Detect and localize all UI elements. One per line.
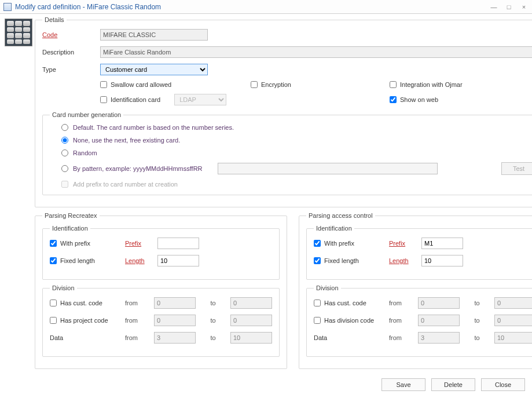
rc-data-label: Data	[50, 334, 125, 341]
rc-with-prefix-label: With prefix	[60, 240, 90, 247]
minimize-icon[interactable]: —	[489, 3, 498, 11]
rc-from-label-3: from	[125, 334, 154, 341]
rc-proj-to	[230, 315, 272, 326]
ldap-select: LDAP	[174, 94, 226, 105]
footer-buttons: Save Delete Close	[381, 378, 525, 391]
ac-prefix-label[interactable]: Prefix	[389, 240, 421, 247]
ac-fixed-length-label: Fixed length	[324, 257, 359, 264]
close-button[interactable]: Close	[481, 378, 525, 391]
close-icon[interactable]: ×	[519, 3, 529, 11]
rc-data-from	[154, 332, 196, 344]
add-prefix-checkbox	[61, 181, 68, 188]
code-label: Code	[42, 31, 100, 38]
type-select[interactable]: Customer card	[100, 64, 208, 75]
rc-fixed-length-checkbox[interactable]	[50, 257, 57, 264]
delete-button[interactable]: Delete	[431, 378, 475, 391]
rc-cust-to	[230, 297, 272, 309]
swallow-checkbox[interactable]	[100, 81, 107, 88]
gen-default-radio[interactable]	[61, 124, 68, 131]
code-field: MIFARE CLASSIC	[100, 29, 208, 41]
integration-label: Integration with Ojmar	[400, 81, 463, 88]
card-number-generation-group: Card number generation Default. The card…	[42, 111, 532, 195]
parsing-recreatex-group: Parsing Recreatex Identification With pr…	[35, 212, 287, 369]
parsing-ac-legend: Parsing access control	[306, 212, 375, 219]
app-icon	[3, 3, 12, 11]
test-button: Test	[501, 162, 532, 175]
details-group: Details Code MIFARE CLASSIC Description …	[35, 16, 532, 207]
ac-from-label-3: from	[389, 334, 418, 341]
ac-cust-from	[418, 297, 460, 309]
ac-cust-to	[494, 297, 532, 309]
rc-cust-from	[154, 297, 196, 309]
ac-fixed-length-checkbox[interactable]	[314, 257, 321, 264]
description-field: MiFare Classic Random	[100, 46, 532, 58]
type-label: Type	[42, 66, 100, 73]
rc-has-proj-checkbox[interactable]	[50, 317, 57, 324]
add-prefix-label: Add prefix to card number at creation	[73, 181, 178, 188]
titlebar: Modify card definition - MiFare Classic …	[0, 0, 532, 14]
ac-div-from	[418, 315, 460, 326]
rc-has-cust-label: Has cust. code	[60, 300, 102, 306]
save-button[interactable]: Save	[381, 378, 425, 391]
details-legend: Details	[42, 16, 67, 23]
show-on-web-checkbox[interactable]	[390, 96, 397, 103]
ac-division-group: Division Has cust. code from to	[306, 284, 532, 357]
maximize-icon[interactable]: □	[504, 3, 513, 11]
rc-prefix-input[interactable]	[157, 238, 199, 249]
gen-random-radio[interactable]	[61, 149, 68, 156]
ac-has-cust-checkbox[interactable]	[314, 300, 321, 306]
identification-card-label: Identification card	[111, 96, 160, 103]
ac-to-label-3: to	[460, 334, 494, 341]
rc-to-label-3: to	[196, 334, 230, 341]
rc-data-to	[230, 332, 272, 344]
ac-length-input[interactable]	[421, 255, 463, 266]
parsing-rc-legend: Parsing Recreatex	[42, 212, 100, 219]
ac-has-div-label: Has division code	[324, 317, 374, 324]
gen-none-label: None, use the next, free existing card.	[73, 137, 180, 144]
rc-from-label-2: from	[125, 317, 154, 324]
ac-length-label[interactable]: Length	[389, 257, 421, 264]
rc-division-group: Division Has cust. code from to	[42, 284, 280, 357]
gen-pattern-radio[interactable]	[61, 165, 68, 172]
rc-ident-legend: Identification	[50, 225, 90, 232]
gen-legend: Card number generation	[50, 111, 123, 118]
ac-ident-legend: Identification	[314, 225, 354, 232]
show-on-web-label: Show on web	[400, 96, 438, 103]
rc-fixed-length-label: Fixed length	[60, 257, 95, 264]
ac-identification-group: Identification With prefix Prefix Fixed …	[306, 225, 532, 280]
ac-with-prefix-label: With prefix	[324, 240, 354, 247]
encryption-label: Encryption	[261, 81, 291, 88]
ac-to-label-2: to	[460, 317, 494, 324]
ac-data-from	[418, 332, 460, 344]
rc-to-label-2: to	[196, 317, 230, 324]
rc-proj-from	[154, 315, 196, 326]
side-image	[2, 16, 35, 374]
rc-from-label-1: from	[125, 300, 154, 306]
gen-pattern-input	[218, 163, 438, 174]
ac-data-to	[494, 332, 532, 344]
rc-length-label[interactable]: Length	[125, 257, 157, 264]
identification-card-checkbox[interactable]	[100, 96, 107, 103]
ac-data-label: Data	[314, 334, 389, 341]
rc-to-label-1: to	[196, 300, 230, 306]
ac-to-label-1: to	[460, 300, 494, 306]
rc-has-proj-label: Has project code	[60, 317, 108, 324]
ac-has-div-checkbox[interactable]	[314, 317, 321, 324]
rc-has-cust-checkbox[interactable]	[50, 300, 57, 306]
parsing-access-control-group: Parsing access control Identification Wi…	[299, 212, 532, 369]
gen-default-label: Default. The card number is based on the…	[73, 124, 234, 131]
integration-checkbox[interactable]	[390, 81, 397, 88]
encryption-checkbox[interactable]	[251, 81, 258, 88]
ac-div-legend: Division	[314, 284, 341, 291]
description-label: Description	[42, 49, 100, 56]
rc-with-prefix-checkbox[interactable]	[50, 240, 57, 247]
ac-div-to	[494, 315, 532, 326]
rc-div-legend: Division	[50, 284, 77, 291]
ac-with-prefix-checkbox[interactable]	[314, 240, 321, 247]
rc-prefix-label[interactable]: Prefix	[125, 240, 157, 247]
ac-prefix-input[interactable]	[421, 238, 463, 249]
rc-length-input[interactable]	[157, 255, 199, 266]
gen-none-radio[interactable]	[61, 137, 68, 144]
ac-from-label-1: from	[389, 300, 418, 306]
swallow-label: Swallow card allowed	[111, 81, 171, 88]
